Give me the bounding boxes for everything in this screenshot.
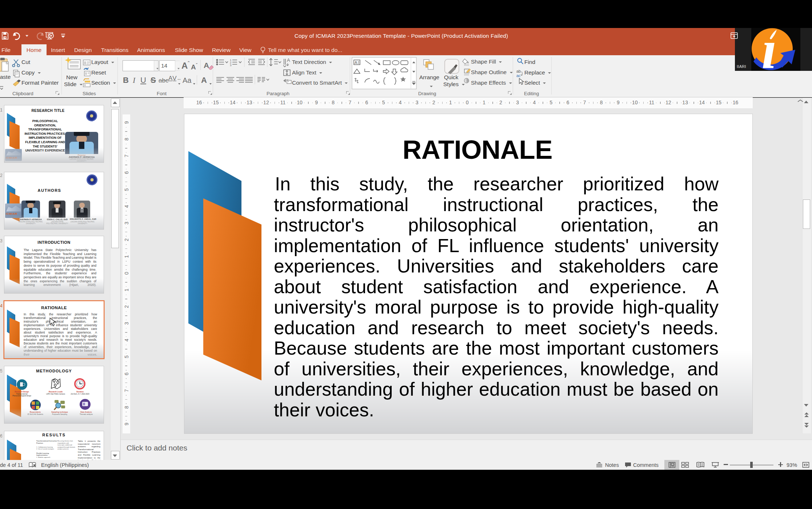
svg-text:ac: ac: [516, 73, 521, 78]
svg-text:A: A: [287, 57, 290, 63]
svg-text:3: 3: [230, 64, 232, 67]
svg-text:A: A: [355, 60, 357, 65]
svg-text:ab: ab: [516, 69, 521, 73]
